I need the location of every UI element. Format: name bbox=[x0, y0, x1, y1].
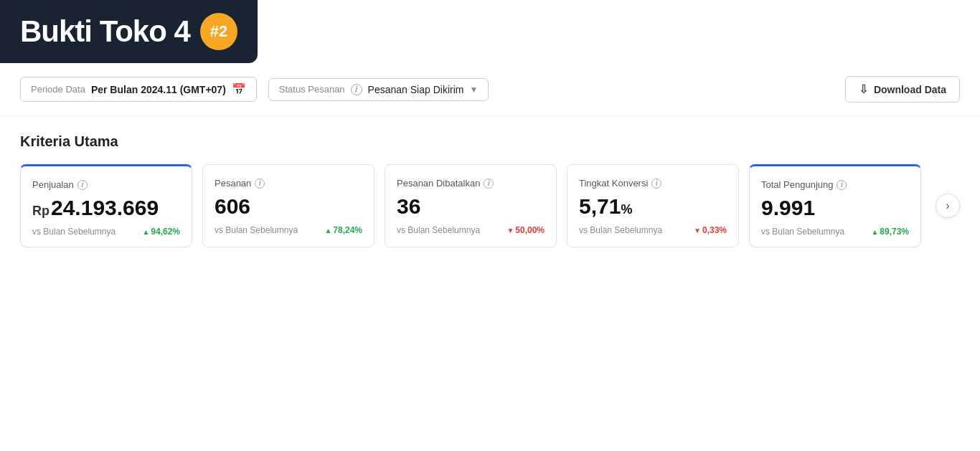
status-label: Status Pesanan bbox=[279, 84, 345, 95]
card-value-pesanan-dibatalkan: 36 bbox=[397, 194, 545, 218]
trend-total-pengunjung: 89,73% bbox=[871, 227, 909, 237]
card-info-icon: i bbox=[837, 180, 847, 190]
card-title-total-pengunjung: Total Pengunjung i bbox=[761, 179, 909, 190]
trend-arrow bbox=[324, 225, 331, 235]
card-info-icon: i bbox=[484, 179, 494, 189]
trend-value: 89,73% bbox=[880, 227, 909, 237]
metric-card-pesanan-dibatalkan: Pesanan Dibatalkan i36vs Bulan Sebelumny… bbox=[385, 164, 557, 247]
header: Bukti Toko 4 #2 bbox=[0, 0, 258, 63]
metric-card-pesanan: Pesanan i606vs Bulan Sebelumnya78,24% bbox=[202, 164, 374, 247]
card-info-icon: i bbox=[77, 180, 88, 190]
status-filter[interactable]: Status Pesanan i Pesanan Siap Dikirim ▼ bbox=[268, 78, 489, 101]
chevron-down-icon: ▼ bbox=[469, 85, 478, 95]
calendar-icon: 📅 bbox=[232, 82, 246, 96]
footer-label: vs Bulan Sebelumnya bbox=[579, 225, 662, 235]
card-title-pesanan-dibatalkan: Pesanan Dibatalkan i bbox=[397, 178, 545, 189]
trend-arrow bbox=[694, 225, 701, 235]
periode-label: Periode Data bbox=[31, 84, 85, 95]
card-info-icon: i bbox=[651, 179, 661, 189]
header-badge: #2 bbox=[200, 13, 237, 50]
card-info-icon: i bbox=[255, 179, 265, 189]
metrics-cards-row: Penjualan iRp24.193.669vs Bulan Sebelumn… bbox=[20, 164, 960, 247]
card-footer-pesanan: vs Bulan Sebelumnya78,24% bbox=[215, 225, 362, 235]
metric-card-tingkat-konversi: Tingkat Konversi i5,71%vs Bulan Sebelumn… bbox=[567, 164, 739, 247]
download-button[interactable]: ⇩ Download Data bbox=[845, 76, 960, 103]
card-title-text: Total Pengunjung bbox=[761, 179, 833, 190]
section-title: Kriteria Utama bbox=[20, 133, 960, 150]
card-number: 24.193.669 bbox=[51, 196, 159, 219]
trend-pesanan: 78,24% bbox=[324, 225, 362, 235]
currency-symbol: Rp bbox=[32, 204, 50, 218]
footer-label: vs Bulan Sebelumnya bbox=[761, 227, 844, 237]
main-content: Kriteria Utama Penjualan iRp24.193.669vs… bbox=[0, 116, 980, 265]
card-title-text: Penjualan bbox=[32, 179, 74, 190]
percent-sign: % bbox=[621, 202, 632, 217]
trend-arrow bbox=[507, 225, 514, 235]
header-title: Bukti Toko 4 bbox=[20, 14, 190, 49]
card-title-penjualan: Penjualan i bbox=[32, 179, 180, 190]
card-number: 36 bbox=[397, 194, 420, 218]
card-footer-tingkat-konversi: vs Bulan Sebelumnya0,33% bbox=[579, 225, 727, 235]
card-value-tingkat-konversi: 5,71% bbox=[579, 194, 727, 218]
trend-pesanan-dibatalkan: 50,00% bbox=[507, 225, 545, 235]
card-value-total-pengunjung: 9.991 bbox=[761, 196, 909, 219]
trend-penjualan: 94,62% bbox=[142, 227, 180, 237]
trend-tingkat-konversi: 0,33% bbox=[694, 225, 727, 235]
card-value-pesanan: 606 bbox=[215, 194, 362, 218]
periode-value: Per Bulan 2024.11 (GMT+07) bbox=[91, 84, 226, 95]
card-title-text: Tingkat Konversi bbox=[579, 178, 648, 189]
status-info-icon: i bbox=[351, 84, 362, 95]
status-value: Pesanan Siap Dikirim bbox=[368, 84, 464, 95]
card-number: 606 bbox=[215, 194, 250, 218]
footer-label: vs Bulan Sebelumnya bbox=[215, 225, 298, 235]
download-label: Download Data bbox=[874, 84, 946, 95]
card-value-penjualan: Rp24.193.669 bbox=[32, 196, 180, 219]
card-title-text: Pesanan bbox=[215, 178, 251, 189]
periode-filter[interactable]: Periode Data Per Bulan 2024.11 (GMT+07) … bbox=[20, 77, 257, 102]
download-icon: ⇩ bbox=[859, 82, 868, 96]
card-title-pesanan: Pesanan i bbox=[215, 178, 362, 189]
trend-value: 78,24% bbox=[333, 225, 362, 235]
card-title-tingkat-konversi: Tingkat Konversi i bbox=[579, 178, 727, 189]
footer-label: vs Bulan Sebelumnya bbox=[397, 225, 480, 235]
card-title-text: Pesanan Dibatalkan bbox=[397, 178, 480, 189]
trend-value: 50,00% bbox=[515, 225, 545, 235]
trend-value: 0,33% bbox=[702, 225, 727, 235]
card-footer-pesanan-dibatalkan: vs Bulan Sebelumnya50,00% bbox=[397, 225, 545, 235]
toolbar: Periode Data Per Bulan 2024.11 (GMT+07) … bbox=[0, 63, 980, 116]
trend-arrow bbox=[871, 227, 878, 237]
card-footer-total-pengunjung: vs Bulan Sebelumnya89,73% bbox=[761, 227, 909, 237]
trend-arrow bbox=[142, 227, 149, 237]
card-footer-penjualan: vs Bulan Sebelumnya94,62% bbox=[32, 227, 180, 237]
next-button[interactable]: › bbox=[936, 194, 960, 218]
card-number: 5,71 bbox=[579, 194, 621, 218]
trend-value: 94,62% bbox=[151, 227, 180, 237]
metric-card-penjualan: Penjualan iRp24.193.669vs Bulan Sebelumn… bbox=[20, 164, 192, 247]
footer-label: vs Bulan Sebelumnya bbox=[32, 227, 116, 237]
metric-card-total-pengunjung: Total Pengunjung i9.991vs Bulan Sebelumn… bbox=[749, 164, 921, 247]
metrics-wrapper: Penjualan iRp24.193.669vs Bulan Sebelumn… bbox=[20, 164, 960, 247]
card-number: 9.991 bbox=[761, 196, 815, 219]
